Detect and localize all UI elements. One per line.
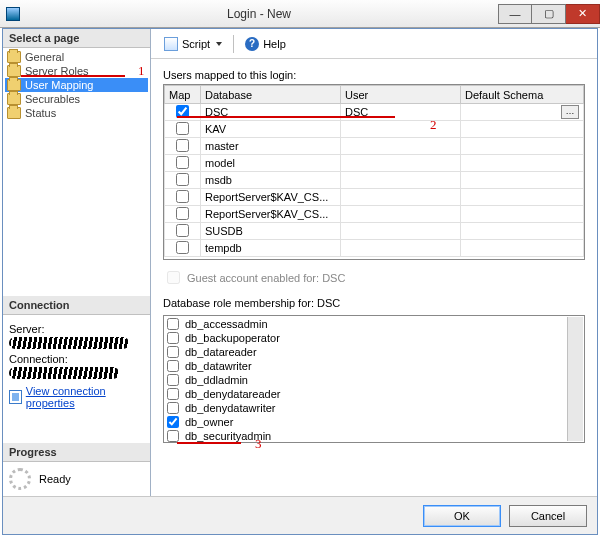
script-button[interactable]: Script xyxy=(159,34,227,54)
cell-database[interactable]: msdb xyxy=(201,172,341,189)
role-item[interactable]: db_ddladmin xyxy=(165,373,567,387)
role-checkbox[interactable] xyxy=(167,346,179,358)
cell-user[interactable]: DSC xyxy=(341,104,461,121)
minimize-button[interactable]: — xyxy=(498,4,532,24)
map-checkbox[interactable] xyxy=(176,156,189,169)
roles-list[interactable]: db_accessadmindb_backupoperatordb_datare… xyxy=(163,315,585,443)
cancel-button[interactable]: Cancel xyxy=(509,505,587,527)
cell-database[interactable]: KAV xyxy=(201,121,341,138)
map-checkbox[interactable] xyxy=(176,139,189,152)
table-row[interactable]: ReportServer$KAV_CS... xyxy=(165,189,584,206)
map-checkbox[interactable] xyxy=(176,173,189,186)
role-item[interactable]: db_owner xyxy=(165,415,567,429)
folder-icon xyxy=(7,93,21,105)
cell-database[interactable]: model xyxy=(201,155,341,172)
page-item-general[interactable]: General xyxy=(5,50,148,64)
col-map[interactable]: Map xyxy=(165,86,201,104)
col-user[interactable]: User xyxy=(341,86,461,104)
ok-button[interactable]: OK xyxy=(423,505,501,527)
role-label: db_backupoperator xyxy=(185,332,280,344)
page-label: General xyxy=(25,51,64,63)
guest-enabled-label: Guest account enabled for: DSC xyxy=(187,272,345,284)
map-checkbox[interactable] xyxy=(176,207,189,220)
cell-user[interactable] xyxy=(341,206,461,223)
cell-user[interactable] xyxy=(341,138,461,155)
role-checkbox[interactable] xyxy=(167,402,179,414)
cell-schema[interactable] xyxy=(461,189,584,206)
table-row[interactable]: ReportServer$KAV_CS... xyxy=(165,206,584,223)
cell-database[interactable]: ReportServer$KAV_CS... xyxy=(201,189,341,206)
cell-schema[interactable] xyxy=(461,172,584,189)
page-item-server-roles[interactable]: Server Roles xyxy=(5,64,148,78)
col-database[interactable]: Database xyxy=(201,86,341,104)
map-checkbox[interactable] xyxy=(176,241,189,254)
cell-schema[interactable] xyxy=(461,206,584,223)
map-checkbox[interactable] xyxy=(176,105,189,118)
role-item[interactable]: db_denydatareader xyxy=(165,387,567,401)
left-panel: Select a page General Server Roles User … xyxy=(3,29,151,496)
cell-database[interactable]: master xyxy=(201,138,341,155)
users-mapped-grid[interactable]: Map Database User Default Schema DSCDSC…… xyxy=(163,84,585,260)
scrollbar[interactable] xyxy=(567,317,583,441)
role-checkbox[interactable] xyxy=(167,430,179,442)
table-row[interactable]: KAV xyxy=(165,121,584,138)
table-row[interactable]: tempdb xyxy=(165,240,584,257)
table-row[interactable]: master xyxy=(165,138,584,155)
table-row[interactable]: msdb xyxy=(165,172,584,189)
role-checkbox[interactable] xyxy=(167,374,179,386)
view-connection-properties-link[interactable]: View connection properties xyxy=(26,385,144,409)
script-label: Script xyxy=(182,38,210,50)
connection-box: Server: Connection: View connection prop… xyxy=(3,315,150,413)
cell-database[interactable]: SUSDB xyxy=(201,223,341,240)
cell-schema[interactable] xyxy=(461,121,584,138)
maximize-button[interactable]: ▢ xyxy=(532,4,566,24)
role-item[interactable]: db_securityadmin xyxy=(165,429,567,443)
cell-database[interactable]: tempdb xyxy=(201,240,341,257)
cell-user[interactable] xyxy=(341,172,461,189)
dialog-footer: OK Cancel xyxy=(3,496,597,534)
role-checkbox[interactable] xyxy=(167,416,179,428)
cell-user[interactable] xyxy=(341,240,461,257)
page-label: Server Roles xyxy=(25,65,89,77)
table-row[interactable]: SUSDB xyxy=(165,223,584,240)
map-checkbox[interactable] xyxy=(176,190,189,203)
help-icon: ? xyxy=(245,37,259,51)
role-label: db_denydatawriter xyxy=(185,402,276,414)
cell-schema[interactable] xyxy=(461,223,584,240)
table-row[interactable]: model xyxy=(165,155,584,172)
connection-label: Connection: xyxy=(9,353,144,365)
role-checkbox[interactable] xyxy=(167,388,179,400)
cell-schema[interactable]: … xyxy=(461,104,584,121)
cell-schema[interactable] xyxy=(461,240,584,257)
cell-database[interactable]: ReportServer$KAV_CS... xyxy=(201,206,341,223)
page-item-status[interactable]: Status xyxy=(5,106,148,120)
cell-schema[interactable] xyxy=(461,138,584,155)
cell-user[interactable] xyxy=(341,223,461,240)
table-row[interactable]: DSCDSC… xyxy=(165,104,584,121)
map-checkbox[interactable] xyxy=(176,224,189,237)
role-checkbox[interactable] xyxy=(167,360,179,372)
cell-user[interactable] xyxy=(341,189,461,206)
role-item[interactable]: db_datareader xyxy=(165,345,567,359)
map-checkbox[interactable] xyxy=(176,122,189,135)
connection-header: Connection xyxy=(3,296,150,315)
cell-database[interactable]: DSC xyxy=(201,104,341,121)
cell-user[interactable] xyxy=(341,121,461,138)
role-item[interactable]: db_backupoperator xyxy=(165,331,567,345)
role-checkbox[interactable] xyxy=(167,318,179,330)
help-button[interactable]: ? Help xyxy=(240,34,291,54)
close-button[interactable]: ✕ xyxy=(566,4,600,24)
cell-schema[interactable] xyxy=(461,155,584,172)
role-item[interactable]: db_datawriter xyxy=(165,359,567,373)
role-checkbox[interactable] xyxy=(167,332,179,344)
col-schema[interactable]: Default Schema xyxy=(461,86,584,104)
role-label: db_datawriter xyxy=(185,360,252,372)
page-item-securables[interactable]: Securables xyxy=(5,92,148,106)
users-mapped-label: Users mapped to this login: xyxy=(163,69,585,81)
window-title: Login - New xyxy=(20,7,498,21)
cell-user[interactable] xyxy=(341,155,461,172)
role-item[interactable]: db_accessadmin xyxy=(165,317,567,331)
schema-browse-button[interactable]: … xyxy=(561,105,579,119)
role-item[interactable]: db_denydatawriter xyxy=(165,401,567,415)
page-item-user-mapping[interactable]: User Mapping xyxy=(5,78,148,92)
